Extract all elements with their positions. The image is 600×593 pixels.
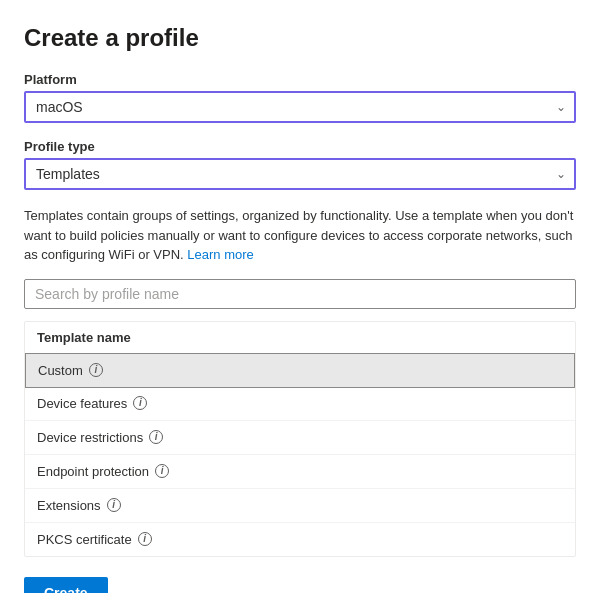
template-item-extensions[interactable]: Extensions i [25,489,575,523]
template-item-device-restrictions-name: Device restrictions [37,430,143,445]
template-list: Template name Custom i Device features i… [24,321,576,557]
template-item-device-features[interactable]: Device features i [25,387,575,421]
custom-info-icon[interactable]: i [89,363,103,377]
template-item-pkcs-certificate[interactable]: PKCS certificate i [25,523,575,556]
template-item-extensions-name: Extensions [37,498,101,513]
page-title: Create a profile [24,24,576,52]
learn-more-link[interactable]: Learn more [187,247,253,262]
template-item-custom-name: Custom [38,363,83,378]
template-item-device-features-name: Device features [37,396,127,411]
description-text: Templates contain groups of settings, or… [24,206,576,265]
search-wrapper [24,279,576,309]
template-list-header: Template name [25,322,575,354]
profile-type-label: Profile type [24,139,576,154]
search-input[interactable] [24,279,576,309]
extensions-info-icon[interactable]: i [107,498,121,512]
profile-type-field: Profile type Templates Settings catalog … [24,139,576,190]
profile-type-select[interactable]: Templates Settings catalog [24,158,576,190]
template-item-pkcs-certificate-name: PKCS certificate [37,532,132,547]
pkcs-certificate-info-icon[interactable]: i [138,532,152,546]
template-item-endpoint-protection-name: Endpoint protection [37,464,149,479]
template-item-device-restrictions[interactable]: Device restrictions i [25,421,575,455]
template-item-endpoint-protection[interactable]: Endpoint protection i [25,455,575,489]
template-item-custom[interactable]: Custom i [25,353,575,388]
platform-label: Platform [24,72,576,87]
endpoint-protection-info-icon[interactable]: i [155,464,169,478]
device-restrictions-info-icon[interactable]: i [149,430,163,444]
platform-field: Platform macOS Android iOS/iPadOS Window… [24,72,576,123]
platform-select[interactable]: macOS Android iOS/iPadOS Windows 10 and … [24,91,576,123]
create-button[interactable]: Create [24,577,108,594]
device-features-info-icon[interactable]: i [133,396,147,410]
